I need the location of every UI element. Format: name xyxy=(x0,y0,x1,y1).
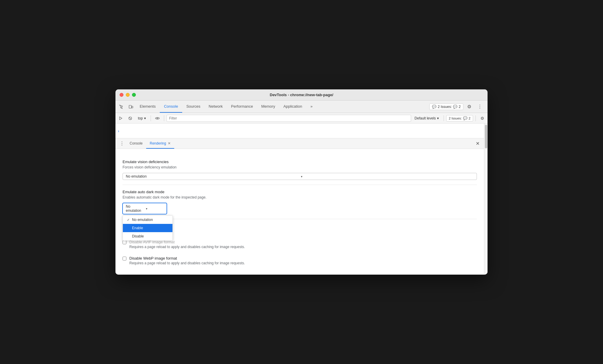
inspect-icon[interactable] xyxy=(117,102,126,112)
issues-badge[interactable]: 💬 2 Issues: 💬 2 xyxy=(429,104,463,110)
webp-desc: Requires a page reload to apply and disa… xyxy=(129,261,477,265)
run-script-icon[interactable] xyxy=(117,114,125,122)
svg-point-5 xyxy=(157,118,158,119)
main-area: › ⋮ Console Rendering ✕ ✕ xyxy=(115,124,488,275)
toolbar-separator-3 xyxy=(444,115,444,121)
scrollbar-thumb[interactable] xyxy=(485,125,487,148)
avif-title: Disable AVIF image format xyxy=(129,240,477,244)
clear-console-icon[interactable] xyxy=(126,114,134,122)
close-button[interactable] xyxy=(120,93,123,97)
devtools-window: DevTools - chrome://new-tab-page/ Elemen… xyxy=(115,89,488,275)
tab-network[interactable]: Network xyxy=(205,101,227,113)
issues-icon: 💬 xyxy=(432,105,436,109)
levels-label: Default levels xyxy=(415,116,436,120)
context-label: top xyxy=(138,116,143,120)
svg-rect-1 xyxy=(132,106,133,108)
scrollbar[interactable] xyxy=(484,124,488,275)
vision-dropdown-value: No emulation xyxy=(126,174,299,178)
toolbar-right: 💬 2 Issues: 💬 2 ⚙ ⋮ xyxy=(429,102,486,112)
dropdown-option-enable[interactable]: ✓ Enable xyxy=(123,224,172,232)
console-prompt[interactable]: › xyxy=(118,129,119,133)
webp-checkbox[interactable] xyxy=(123,257,126,260)
option-label-enable: Enable xyxy=(132,226,143,230)
option-label-no-emulation: No emulation xyxy=(132,218,153,222)
minimize-button[interactable] xyxy=(126,93,130,97)
dropdown-option-no-emulation[interactable]: ✓ No emulation xyxy=(123,216,172,224)
svg-rect-0 xyxy=(129,105,131,108)
context-selector[interactable]: top ▾ xyxy=(136,116,148,121)
maximize-button[interactable] xyxy=(132,93,136,97)
dropdown-option-disable[interactable]: ✓ Disable xyxy=(123,232,172,240)
nav-tabs: Elements Console Sources Network Perform… xyxy=(136,101,429,113)
window-title: DevTools - chrome://new-tab-page/ xyxy=(270,93,333,97)
main-content: › ⋮ Console Rendering ✕ ✕ xyxy=(115,124,484,275)
drawer-tab-console[interactable]: Console xyxy=(126,138,146,149)
dark-mode-title: Emulate auto dark mode xyxy=(123,190,477,194)
option-label-disable: Disable xyxy=(132,234,144,238)
vision-desc: Forces vision deficiency emulation xyxy=(123,165,477,169)
tab-console[interactable]: Console xyxy=(160,101,182,113)
drawer-tab-close[interactable]: ✕ xyxy=(168,141,171,145)
dark-mode-dropdown-arrow: ▾ xyxy=(146,207,164,210)
toolbar-separator-1 xyxy=(151,115,151,121)
issues-label-2: 2 Issues: xyxy=(449,117,462,120)
checkmark: ✓ xyxy=(127,218,130,222)
tab-memory[interactable]: Memory xyxy=(257,101,279,113)
tab-performance[interactable]: Performance xyxy=(227,101,257,113)
console-output: › xyxy=(115,124,484,138)
drawer-close-button[interactable]: ✕ xyxy=(473,140,482,148)
more-options-icon[interactable]: ⋮ xyxy=(475,102,485,112)
avif-checkbox[interactable] xyxy=(123,240,126,244)
toolbar-separator-2 xyxy=(164,115,164,121)
dark-mode-dropdown-value: No emulation xyxy=(126,204,144,213)
drawer-tabs: ⋮ Console Rendering ✕ ✕ xyxy=(115,138,484,149)
console-settings-icon[interactable]: ⚙ xyxy=(478,114,486,122)
drawer-tab-menu[interactable]: ⋮ xyxy=(118,140,126,148)
tab-application[interactable]: Application xyxy=(279,101,307,113)
levels-arrow: ▾ xyxy=(437,116,439,120)
dark-mode-desc: Enables automatic dark mode for the insp… xyxy=(123,195,477,199)
issues-label: 2 Issues: xyxy=(438,105,452,109)
webp-title: Disable WebP image format xyxy=(129,256,477,260)
webp-checkbox-row: Disable WebP image format Requires a pag… xyxy=(123,252,477,269)
svg-line-4 xyxy=(129,117,131,119)
issues-icon-2: 💬 xyxy=(463,116,467,120)
dark-mode-dropdown[interactable]: No emulation ▾ xyxy=(123,203,167,214)
drawer-console-label: Console xyxy=(130,141,143,145)
drawer-tab-rendering[interactable]: Rendering ✕ xyxy=(146,138,174,149)
device-toolbar-icon[interactable] xyxy=(126,102,136,112)
issues-badge-2[interactable]: 2 Issues: 💬 2 xyxy=(446,115,473,122)
vision-dropdown-arrow: ▾ xyxy=(301,175,474,178)
avif-checkbox-row: Disable AVIF image format Requires a pag… xyxy=(123,219,477,252)
tab-elements[interactable]: Elements xyxy=(136,101,160,113)
filter-input[interactable] xyxy=(167,115,411,122)
avif-desc: Requires a page reload to apply and disa… xyxy=(129,245,477,249)
vision-dropdown[interactable]: No emulation ▾ xyxy=(123,173,477,180)
drawer-rendering-label: Rendering xyxy=(150,141,166,145)
issues-count: 2 xyxy=(459,105,461,109)
vision-section: Emulate vision deficiencies Forces visio… xyxy=(123,155,477,185)
titlebar: DevTools - chrome://new-tab-page/ xyxy=(115,89,488,101)
dark-mode-section: Emulate auto dark mode Enables automatic… xyxy=(123,185,477,219)
tab-sources[interactable]: Sources xyxy=(182,101,205,113)
rendering-panel: Emulate vision deficiencies Forces visio… xyxy=(115,149,484,275)
issues-count-icon: 💬 xyxy=(453,105,457,109)
levels-dropdown[interactable]: Default levels ▾ xyxy=(412,116,441,121)
toolbar-separator-4 xyxy=(475,115,476,121)
dark-mode-dropdown-menu: ✓ No emulation ✓ Enable ✓ Disable xyxy=(123,215,173,241)
svg-marker-2 xyxy=(120,117,122,120)
context-arrow: ▾ xyxy=(144,116,146,120)
tab-more[interactable]: » xyxy=(306,101,317,113)
settings-icon[interactable]: ⚙ xyxy=(465,102,474,112)
eye-icon[interactable] xyxy=(153,114,162,122)
issues-count-2: 2 xyxy=(469,117,470,120)
drawer: ⋮ Console Rendering ✕ ✕ Emulate vision d… xyxy=(115,138,484,275)
console-toolbar: top ▾ Default levels ▾ 2 Issues: 💬 2 ⚙ xyxy=(115,113,488,124)
main-toolbar: Elements Console Sources Network Perform… xyxy=(115,101,488,113)
vision-title: Emulate vision deficiencies xyxy=(123,160,477,164)
traffic-lights xyxy=(120,93,136,97)
